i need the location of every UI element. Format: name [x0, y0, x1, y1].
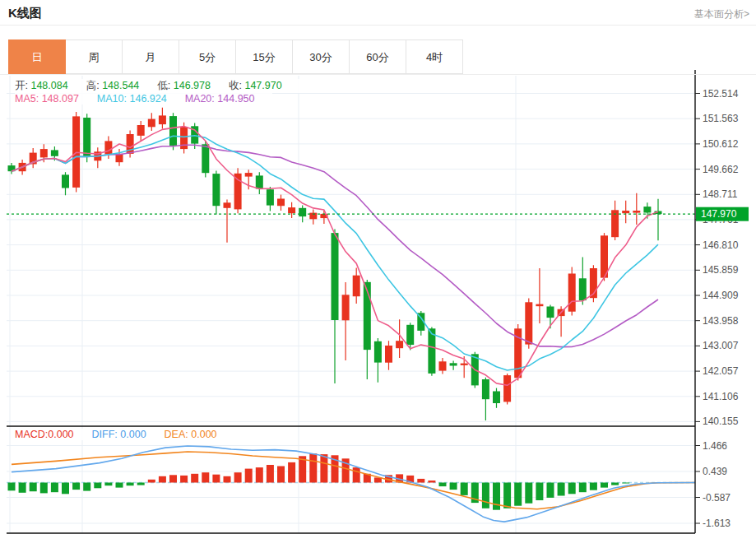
ma-legend: MA5: 148.097 MA10: 146.924 MA20: 144.950: [15, 93, 272, 104]
svg-text:145.859: 145.859: [703, 264, 739, 276]
header-divider: [0, 25, 756, 26]
ohlc-low: 低: 146.978: [157, 79, 211, 93]
macd-legend: MACD:0.000 DIFF: 0.000 DEA: 0.000: [15, 429, 235, 440]
tab-5min[interactable]: 5分: [179, 39, 236, 74]
ohlc-legend: 开: 148.084 高: 148.544 低: 146.978 收: 147.…: [15, 79, 300, 93]
ma20-value: MA20: 144.950: [185, 93, 255, 104]
tab-15min[interactable]: 15分: [235, 39, 293, 74]
tab-30min[interactable]: 30分: [292, 39, 350, 74]
timeframe-tabs: 日 周 月 5分 15分 30分 60分 4时: [9, 39, 463, 74]
diff-value: DIFF: 0.000: [92, 429, 146, 440]
svg-text:152.514: 152.514: [703, 88, 739, 100]
price-axis: 152.514151.563150.612149.662148.711147.7…: [695, 88, 739, 428]
svg-text:-1.613: -1.613: [703, 518, 730, 529]
kline-page: { "header": { "title": "K线图", "link": "基…: [0, 0, 756, 534]
page-title: K线图: [8, 6, 42, 21]
svg-text:141.106: 141.106: [703, 391, 739, 402]
svg-text:1.466: 1.466: [703, 440, 727, 452]
svg-text:-0.587: -0.587: [703, 492, 730, 504]
svg-text:147.970: 147.970: [701, 208, 737, 220]
macd-value: MACD:0.000: [15, 429, 74, 440]
ohlc-high: 高: 148.544: [86, 79, 140, 93]
svg-text:143.007: 143.007: [703, 340, 739, 351]
svg-text:144.909: 144.909: [703, 290, 739, 301]
current-price-badge: 147.970: [696, 207, 749, 221]
ohlc-close: 收: 147.970: [229, 79, 282, 93]
macd-axis: 1.4660.439-0.587-1.613: [695, 440, 730, 530]
svg-text:151.563: 151.563: [703, 113, 739, 124]
ohlc-open: 开: 148.084: [15, 79, 68, 93]
ma5-value: MA5: 148.097: [15, 93, 79, 104]
tab-month[interactable]: 月: [122, 39, 179, 74]
svg-text:143.958: 143.958: [703, 315, 739, 327]
svg-text:0.439: 0.439: [703, 466, 727, 477]
tabs-underline: [0, 74, 756, 75]
svg-text:146.810: 146.810: [703, 239, 739, 251]
tab-4hour[interactable]: 4时: [406, 39, 463, 74]
tab-day[interactable]: 日: [8, 39, 66, 74]
ma10-value: MA10: 146.924: [97, 93, 167, 104]
svg-text:142.057: 142.057: [703, 365, 739, 377]
dea-value: DEA: 0.000: [165, 429, 217, 440]
svg-text:149.662: 149.662: [703, 164, 739, 175]
fundamental-analysis-link[interactable]: 基本面分析>: [694, 7, 749, 21]
svg-text:150.612: 150.612: [703, 138, 739, 150]
svg-text:148.711: 148.711: [703, 188, 738, 200]
tab-week[interactable]: 周: [65, 39, 123, 74]
svg-text:140.155: 140.155: [703, 416, 739, 427]
tab-60min[interactable]: 60分: [349, 39, 406, 74]
